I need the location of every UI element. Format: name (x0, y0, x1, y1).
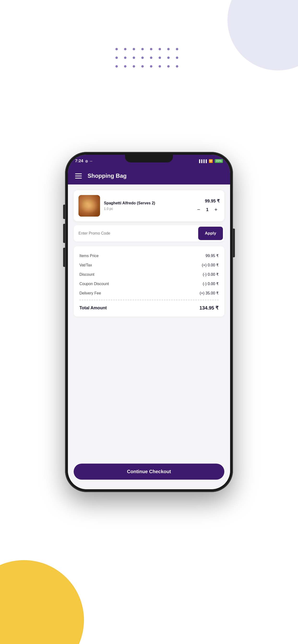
increase-quantity-button[interactable]: + (212, 206, 220, 213)
status-right-icons: ▐▐▐▐ 🛜 89% (198, 159, 223, 163)
battery-indicator: 89% (215, 159, 223, 163)
apply-promo-button[interactable]: Apply (198, 227, 223, 240)
hamburger-line-3 (75, 178, 82, 178)
hamburger-line-1 (75, 174, 82, 174)
coupon-discount-label: Coupon Discount (79, 282, 109, 286)
status-time: 7:24 ◎ ··· (75, 158, 92, 164)
delivery-fee-value: (+) 35.00 ₹ (200, 291, 219, 296)
vat-tax-row: Vat/Tax (+) 0.00 ₹ (79, 260, 219, 270)
discount-row: Discount (-) 0.00 ₹ (79, 270, 219, 279)
promo-code-input[interactable] (74, 227, 197, 240)
item-info: Spaghetti Alfredo (Serves 2) 1.0 pc (104, 201, 191, 210)
vat-tax-value: (+) 0.00 ₹ (202, 263, 219, 268)
total-amount-label: Total Amount (79, 306, 107, 310)
dots-decoration (115, 48, 183, 72)
menu-button[interactable] (75, 174, 82, 178)
background-shape-bottom (0, 560, 84, 644)
item-image (78, 195, 100, 216)
coupon-discount-value: (-) 0.00 ₹ (203, 282, 219, 286)
volume-down-button (63, 224, 65, 243)
item-quantity-text: 1.0 pc (104, 207, 113, 210)
price-breakdown: Items Price 99.95 ₹ Vat/Tax (+) 0.00 ₹ D… (74, 246, 224, 316)
total-amount-row: Total Amount 134.95 ₹ (79, 302, 219, 312)
total-amount-value: 134.95 ₹ (199, 305, 219, 311)
discount-label: Discount (79, 272, 94, 277)
items-price-label: Items Price (79, 254, 99, 258)
phone-screen: 7:24 ◎ ··· ▐▐▐▐ 🛜 89% Shopping Bag (68, 155, 230, 489)
signal-icon: ▐▐▐▐ (198, 159, 207, 163)
app-header: Shopping Bag (68, 167, 230, 184)
wifi-icon: 🛜 (209, 159, 213, 163)
power-button (233, 228, 235, 257)
notch (125, 155, 173, 162)
items-price-row: Items Price 99.95 ₹ (79, 251, 219, 260)
total-divider (79, 300, 219, 300)
decrease-quantity-button[interactable]: − (195, 206, 202, 213)
hamburger-line-2 (75, 176, 82, 176)
item-image-inner (78, 195, 100, 216)
coupon-discount-row: Coupon Discount (-) 0.00 ₹ (79, 279, 219, 288)
dots-status-icon: ··· (90, 159, 92, 163)
cart-item-card: Spaghetti Alfredo (Serves 2) 1.0 pc 99.9… (74, 190, 224, 222)
quantity-controls: − 1 + (195, 206, 220, 213)
item-price: 99.95 ₹ (205, 198, 220, 204)
continue-checkout-button[interactable]: Continue Checkout (74, 464, 224, 480)
phone-frame: 7:24 ◎ ··· ▐▐▐▐ 🛜 89% Shopping Bag (65, 152, 233, 492)
vat-tax-label: Vat/Tax (79, 263, 92, 268)
checkout-button-container: Continue Checkout (74, 464, 224, 480)
background-shape-top (227, 0, 298, 70)
discount-value: (-) 0.00 ₹ (203, 272, 219, 277)
item-name: Spaghetti Alfredo (Serves 2) (104, 201, 191, 205)
volume-up-button (63, 204, 65, 219)
content-area: Spaghetti Alfredo (Serves 2) 1.0 pc 99.9… (68, 184, 230, 489)
items-price-value: 99.95 ₹ (206, 254, 219, 258)
item-price-control: 99.95 ₹ − 1 + (195, 198, 220, 213)
page-title: Shopping Bag (88, 172, 127, 179)
quantity-value: 1 (206, 207, 209, 212)
promo-code-section: Apply (74, 225, 224, 242)
delivery-fee-row: Delivery Fee (+) 35.00 ₹ (79, 288, 219, 298)
silent-button (63, 248, 65, 267)
camera-status-icon: ◎ (85, 159, 88, 163)
delivery-fee-label: Delivery Fee (79, 291, 101, 296)
